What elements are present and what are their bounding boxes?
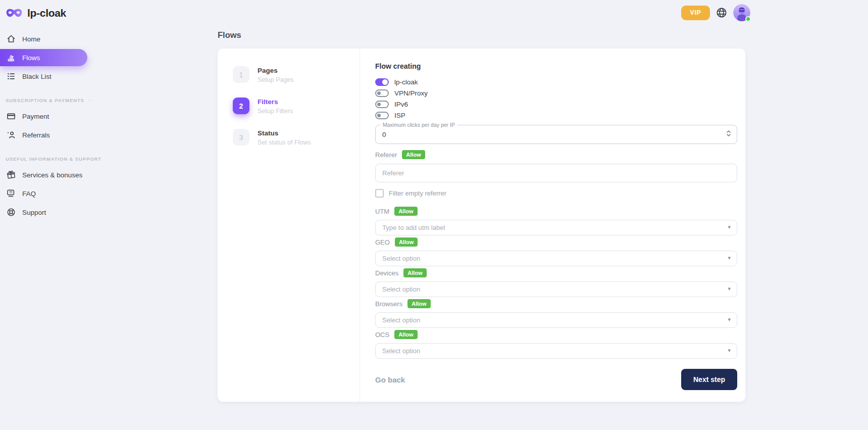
step-subtitle: Setup Pages (258, 76, 294, 83)
brand-logo[interactable]: lp-cloak (0, 0, 101, 19)
brand-name: lp-cloak (27, 7, 66, 19)
chevron-down-icon: ▾ (728, 347, 731, 354)
step-number: 3 (233, 129, 249, 146)
step-subtitle: Setup Filters (258, 108, 293, 115)
flow-card: 1 Pages Setup Pages 2 Filters Setup Filt… (218, 49, 745, 402)
vpn-proxy-toggle[interactable] (375, 89, 389, 97)
chevron-down-icon: ▾ (728, 255, 731, 261)
lifebuoy-icon (6, 207, 16, 217)
devices-allow-badge[interactable]: Allow (403, 268, 426, 277)
step-title: Status (258, 129, 311, 137)
step-title: Filters (258, 98, 293, 106)
filters-form: Flow creating lp-cloak VPN/Proxy IPv6 IS… (360, 49, 745, 402)
geo-allow-badge[interactable]: Allow (395, 237, 418, 247)
sidebar-item-label: Payment (22, 113, 49, 120)
step-number: 2 (233, 98, 249, 114)
ocs-label: OCS (375, 331, 389, 339)
page-title: Flows (218, 30, 745, 40)
geo-select[interactable]: Select option ▾ (375, 251, 737, 266)
referer-input[interactable] (375, 164, 737, 182)
devices-label-row: Devices Allow (375, 268, 737, 277)
max-clicks-input[interactable] (376, 125, 737, 144)
sidebar-section-subscription: SUBSCRIPTION & PAYMENTS (6, 97, 101, 103)
ocs-allow-badge[interactable]: Allow (394, 330, 417, 339)
utm-label: UTM (375, 208, 389, 215)
browsers-allow-badge[interactable]: Allow (407, 299, 430, 308)
step-subtitle: Set status of Flows (258, 139, 311, 146)
toggle-row-isp[interactable]: ISP (375, 110, 737, 121)
number-stepper-icon[interactable] (726, 130, 731, 139)
devices-label: Devices (375, 269, 398, 277)
max-clicks-field: Maximum clicks per day per IP (375, 125, 737, 144)
ipv6-toggle[interactable] (375, 101, 389, 108)
sidebar-item-support[interactable]: Support (0, 204, 101, 221)
sidebar-item-flows[interactable]: Flows (0, 49, 87, 66)
referer-label: Referer (375, 151, 397, 159)
sidebar-item-label: Black List (22, 73, 52, 80)
home-icon (6, 34, 16, 44)
sidebar: lp-cloak Home (0, 0, 101, 430)
go-back-button[interactable]: Go back (375, 375, 405, 384)
step-status[interactable]: 3 Status Set status of Flows (233, 129, 360, 146)
referer-label-row: Referer Allow (375, 150, 737, 159)
vip-badge[interactable]: VIP (681, 6, 710, 20)
list-icon (6, 71, 16, 81)
sidebar-item-black-list[interactable]: Black List (0, 68, 101, 85)
filter-empty-referrer-checkbox[interactable] (375, 189, 384, 198)
geo-label-row: GEO Allow (375, 237, 737, 247)
toggle-row-ipv6[interactable]: IPv6 (375, 99, 737, 110)
form-title: Flow creating (375, 62, 737, 70)
geo-label: GEO (375, 238, 390, 246)
language-globe-icon[interactable] (716, 7, 728, 19)
sidebar-item-label: Services & bonuses (22, 171, 82, 179)
step-filters[interactable]: 2 Filters Setup Filters (233, 98, 360, 115)
svg-text:?!: ?! (9, 190, 13, 194)
faq-bubble-icon: ?! (6, 188, 16, 199)
sidebar-section-support: USEFUL INFORMATION & SUPPORT (6, 156, 101, 162)
browsers-select[interactable]: Select option ▾ (375, 312, 737, 328)
sidebar-item-label: FAQ (22, 190, 36, 198)
chevron-down-icon: ▾ (728, 224, 731, 230)
utm-label-row: UTM Allow (375, 207, 737, 216)
chevron-down-icon: ▾ (728, 285, 731, 292)
form-actions: Go back Next step (375, 369, 737, 390)
credit-card-icon (6, 111, 16, 121)
flows-icon (6, 53, 16, 63)
sidebar-item-label: Support (22, 209, 46, 216)
sidebar-item-services[interactable]: Services & bonuses (0, 166, 101, 183)
isp-toggle[interactable] (375, 112, 389, 119)
referer-allow-badge[interactable]: Allow (402, 150, 425, 159)
devices-select[interactable]: Select option ▾ (375, 281, 737, 297)
sidebar-item-payment[interactable]: Payment (0, 108, 101, 125)
app-root: lp-cloak Home (0, 0, 868, 430)
sidebar-item-faq[interactable]: ?! FAQ (0, 185, 101, 202)
sidebar-item-label: Flows (22, 54, 40, 62)
lp-cloak-toggle[interactable] (375, 78, 389, 86)
ocs-label-row: OCS Allow (375, 330, 737, 339)
next-step-button[interactable]: Next step (681, 369, 737, 390)
sidebar-item-referrals[interactable]: Referrals (0, 126, 101, 144)
sidebar-item-home[interactable]: Home (0, 30, 101, 47)
utm-allow-badge[interactable]: Allow (394, 207, 417, 216)
user-avatar[interactable] (733, 4, 750, 21)
step-pages[interactable]: 1 Pages Setup Pages (233, 66, 360, 83)
sidebar-nav: Home Flows (0, 30, 101, 221)
step-title: Pages (258, 66, 294, 74)
toggle-row-lp-cloak[interactable]: lp-cloak (375, 76, 737, 87)
sidebar-item-label: Home (22, 35, 40, 43)
browsers-label-row: Browsers Allow (375, 299, 737, 308)
max-clicks-label: Maximum clicks per day per IP (380, 122, 457, 128)
chevron-down-icon: ▾ (728, 316, 731, 323)
flow-stepper: 1 Pages Setup Pages 2 Filters Setup Filt… (218, 49, 360, 402)
header-actions: VIP (681, 4, 750, 21)
step-number: 1 (233, 66, 249, 83)
person-add-icon (6, 130, 16, 140)
utm-select[interactable]: Type to add utm label ▾ (375, 220, 737, 235)
ocs-select[interactable]: Select option ▾ (375, 343, 737, 359)
filter-empty-referrer-row[interactable]: Filter empty referrer (375, 188, 737, 198)
toggle-row-vpn-proxy[interactable]: VPN/Proxy (375, 87, 737, 99)
main-content: Flows 1 Pages Setup Pages 2 Filters Setu… (218, 30, 745, 402)
gift-icon (6, 170, 16, 180)
mask-logo-icon (6, 8, 23, 19)
browsers-label: Browsers (375, 300, 402, 308)
